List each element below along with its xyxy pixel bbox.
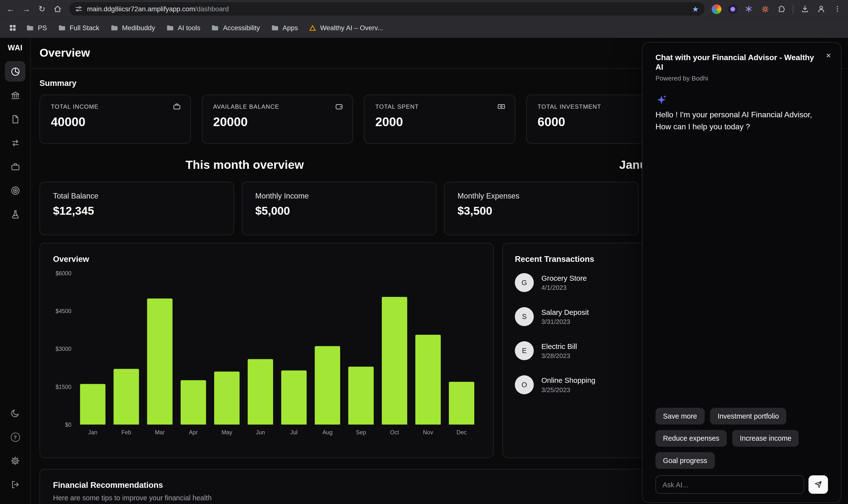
app-area: WAI — [0, 38, 848, 504]
avatar: O — [515, 375, 534, 394]
settings-button[interactable] — [5, 450, 25, 471]
folder-icon — [271, 24, 279, 32]
claude-extension-icon[interactable] — [758, 2, 772, 16]
bar-column: Mar — [147, 273, 173, 436]
bookmark-label: Apps — [283, 24, 298, 32]
x-axis-tick: Mar — [147, 429, 173, 436]
sidebar-item-dashboard[interactable] — [5, 61, 25, 82]
bookmark-item[interactable]: Medibuddy — [105, 22, 160, 34]
bookmark-star-icon[interactable]: ★ — [689, 5, 701, 13]
url-text: main.ddg8iicsr72an.amplifyapp.com/dashbo… — [87, 5, 685, 13]
bar-column: Dec — [449, 273, 474, 436]
bookmark-label: Wealthy AI – Overv... — [320, 24, 383, 32]
bar — [415, 335, 441, 425]
sidebar-item-portfolio[interactable] — [5, 156, 25, 177]
menu-icon[interactable] — [830, 2, 845, 16]
bar — [181, 380, 206, 425]
bar-column: Jan — [80, 273, 106, 436]
card-value: 2000 — [375, 114, 504, 129]
url-bar[interactable]: main.ddg8iicsr72an.amplifyapp.com/dashbo… — [69, 2, 705, 16]
user-icon[interactable] — [814, 2, 829, 16]
bookmark-label: PS — [38, 24, 47, 32]
bank-icon — [10, 90, 20, 100]
bar-column: Feb — [114, 273, 139, 436]
transaction-name: Online Shopping — [541, 376, 595, 384]
bookmark-item[interactable]: Apps — [266, 22, 303, 34]
help-button[interactable]: ? — [5, 427, 25, 447]
pie-chart-icon — [10, 66, 20, 76]
bookmark-item[interactable]: Full Stack — [53, 22, 104, 34]
total-balance-card: Total Balance $12,345 — [39, 182, 234, 235]
purple-extension-icon[interactable] — [725, 2, 740, 16]
bookmark-label: Medibuddy — [122, 24, 155, 32]
bar — [114, 369, 139, 425]
bar — [248, 359, 273, 425]
transaction-name: Grocery Store — [541, 274, 587, 282]
wallet-icon — [335, 102, 343, 111]
moon-icon — [10, 408, 20, 418]
bookmark-item-wealthy-ai[interactable]: Wealthy AI – Overv... — [304, 22, 388, 34]
bookmark-item[interactable]: Accessibility — [206, 22, 265, 34]
sidebar-item-bank[interactable] — [5, 85, 25, 106]
toolbar-divider — [793, 5, 793, 13]
y-axis-tick: $0 — [65, 421, 71, 428]
profile-extension-icon[interactable] — [709, 2, 724, 16]
avatar: G — [515, 273, 534, 292]
bookmark-label: Full Stack — [70, 24, 100, 32]
sidebar: WAI — [0, 38, 31, 504]
bar — [281, 371, 307, 425]
home-icon[interactable] — [50, 2, 65, 16]
apps-grid-icon[interactable] — [5, 21, 20, 35]
briefcase-icon — [173, 102, 181, 111]
bar-plot: JanFebMarAprMayJunJulAugSepOctNovDec — [75, 273, 480, 436]
x-axis-tick: Feb — [114, 429, 139, 436]
y-axis-tick: $1500 — [56, 383, 71, 390]
transaction-date: 3/31/2023 — [541, 318, 589, 325]
screen: ← → ↻ main.ddg8iicsr72an.amplifyapp.com/… — [0, 0, 848, 504]
chip-save-more[interactable]: Save more — [655, 408, 704, 425]
bookmark-item[interactable]: PS — [21, 22, 52, 34]
bar-column: May — [214, 273, 240, 436]
send-button[interactable] — [809, 475, 828, 494]
sidebar-item-goals[interactable] — [5, 180, 25, 201]
chip-increase-income[interactable]: Increase income — [732, 430, 799, 447]
total-spent-card: TOTAL SPENT 2000 — [364, 95, 515, 144]
card-value: 40000 — [51, 114, 180, 129]
chart-title: Overview — [53, 254, 480, 263]
forward-icon[interactable]: → — [19, 2, 34, 16]
chat-title: Chat with your Financial Advisor - Wealt… — [655, 53, 828, 72]
site-info-icon[interactable] — [75, 5, 83, 13]
download-icon[interactable] — [798, 2, 812, 16]
folder-icon — [211, 24, 219, 32]
avatar: E — [515, 341, 534, 360]
theme-toggle[interactable] — [5, 403, 25, 424]
folder-icon — [110, 24, 118, 32]
chat-message-text: Hello ! I'm your personal AI Financial A… — [655, 109, 824, 133]
puzzle-icon[interactable] — [774, 2, 789, 16]
back-icon[interactable]: ← — [3, 2, 18, 16]
overview-chart-card: Overview $6000$4500$3000$1500$0 JanFebMa… — [39, 243, 494, 458]
bar — [80, 384, 106, 425]
sidebar-item-documents[interactable] — [5, 109, 25, 129]
bar-chart: $6000$4500$3000$1500$0 JanFebMarAprMayJu… — [53, 273, 480, 436]
sidebar-item-transactions[interactable] — [5, 132, 25, 153]
bookmark-item[interactable]: AI tools — [161, 22, 205, 34]
card-label: AVAILABLE BALANCE — [213, 103, 342, 110]
logout-button[interactable] — [5, 474, 25, 495]
card-value: 20000 — [213, 114, 342, 129]
flower-extension-icon[interactable] — [741, 2, 756, 16]
chat-message: Hello ! I'm your personal AI Financial A… — [655, 94, 828, 133]
close-icon[interactable]: ✕ — [825, 51, 832, 60]
gear-icon — [10, 456, 20, 466]
browser-window: ← → ↻ main.ddg8iicsr72an.amplifyapp.com/… — [0, 0, 848, 504]
chip-investment-portfolio[interactable]: Investment portfolio — [710, 408, 787, 425]
bar-column: Sep — [348, 273, 374, 436]
sidebar-item-labs[interactable] — [5, 204, 25, 224]
chip-reduce-expenses[interactable]: Reduce expenses — [655, 430, 727, 447]
chip-goal-progress[interactable]: Goal progress — [655, 452, 715, 469]
target-icon — [10, 185, 20, 196]
bookmark-label: AI tools — [178, 24, 200, 32]
chat-input[interactable] — [655, 475, 804, 494]
bar — [382, 297, 407, 425]
reload-icon[interactable]: ↻ — [35, 2, 49, 16]
